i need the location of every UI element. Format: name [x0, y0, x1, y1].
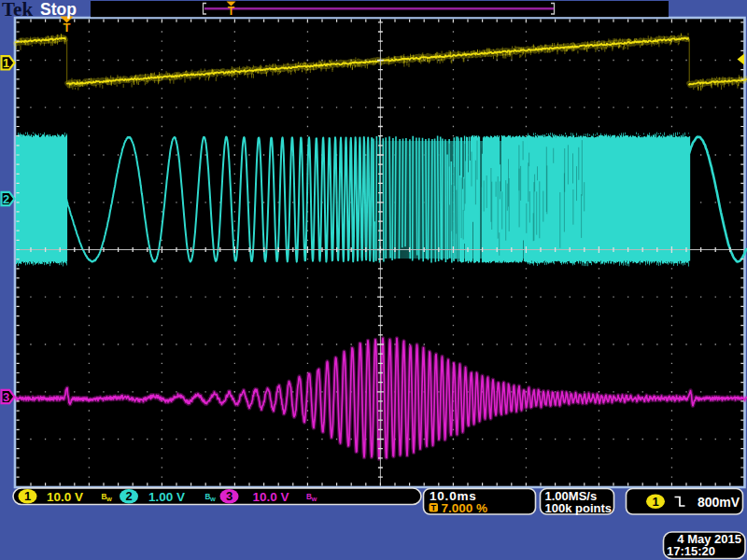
svg-text:1.00 V: 1.00 V [148, 490, 185, 504]
svg-text:7.000 %: 7.000 % [442, 501, 488, 515]
svg-text:100k points: 100k points [545, 501, 613, 515]
svg-text:Tek: Tek [2, 0, 33, 21]
svg-text:1: 1 [3, 56, 9, 70]
svg-text:W: W [106, 496, 112, 502]
svg-text:1: 1 [24, 489, 31, 503]
svg-text:1: 1 [652, 495, 658, 509]
svg-text:W: W [312, 496, 317, 502]
svg-text:17:15:20: 17:15:20 [667, 544, 715, 558]
svg-text:10.0 V: 10.0 V [47, 490, 83, 504]
svg-text:T: T [430, 503, 436, 512]
svg-text:T: T [228, 5, 235, 18]
svg-text:2: 2 [3, 192, 9, 206]
svg-text:W: W [210, 496, 216, 502]
svg-text:Stop: Stop [40, 0, 77, 19]
svg-text:3: 3 [226, 489, 233, 503]
svg-text:T: T [63, 21, 71, 35]
svg-text:3: 3 [3, 390, 9, 404]
svg-text:10.0 V: 10.0 V [253, 490, 289, 504]
svg-text:2: 2 [125, 489, 132, 503]
svg-text:800mV: 800mV [698, 495, 740, 510]
